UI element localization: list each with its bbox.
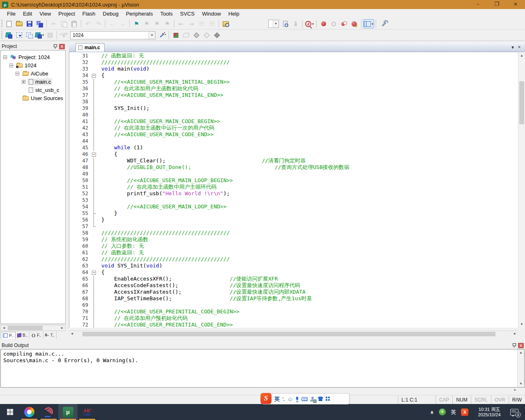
ime-emoji-icon[interactable]: ☺ xyxy=(287,396,293,402)
scroll-down-icon[interactable]: ▼ xyxy=(518,381,524,387)
uncomment-selection-icon[interactable] xyxy=(207,19,217,28)
maximize-button[interactable]: ❒ xyxy=(487,0,506,9)
code-area[interactable]: 31// 函数返回: 无32//////////////////////////… xyxy=(69,52,518,328)
bookmark-prev-icon[interactable]: ⚑ xyxy=(142,19,152,28)
indent-right-icon[interactable]: ⇥ xyxy=(186,19,196,28)
dropdown-arrow-icon[interactable]: ▾ xyxy=(42,33,44,37)
tree-item-1024[interactable]: 1024 xyxy=(1,61,65,69)
toolbar-grip[interactable] xyxy=(1,20,2,28)
menu-project[interactable]: Project xyxy=(55,9,78,18)
menu-tools[interactable]: Tools xyxy=(157,9,176,18)
tab-main-c[interactable]: main.c xyxy=(75,43,105,52)
scroll-right-icon[interactable]: ► xyxy=(59,325,65,331)
indent-left-icon[interactable]: ⇤ xyxy=(176,19,186,28)
panel-tab-books[interactable]: B.. xyxy=(16,332,30,339)
expander-icon[interactable] xyxy=(3,55,7,59)
ime-punctuation-icon[interactable]: ’, xyxy=(282,397,285,402)
find-combo[interactable]: ▾ xyxy=(268,20,279,28)
bookmark-next-icon[interactable]: ⚑ xyxy=(152,19,162,28)
menu-svcs[interactable]: SVCS xyxy=(176,9,198,18)
scroll-up-icon[interactable]: ▲ xyxy=(518,52,525,59)
scroll-down-icon[interactable]: ▼ xyxy=(518,321,525,328)
titlebar[interactable]: µ C:\Users\cyl\Desktop\1024\1024\1024.uv… xyxy=(0,0,525,9)
tab-list-dropdown-icon[interactable]: ▼ xyxy=(509,45,516,50)
build-output-vscrollbar[interactable]: ▲ ▼ xyxy=(517,349,524,387)
dropdown-arrow-icon[interactable]: ▾ xyxy=(312,22,314,26)
project-hscrollbar[interactable]: ◄ ► xyxy=(0,325,66,331)
incremental-find-icon[interactable]: ⇩ xyxy=(290,19,301,28)
expander-icon[interactable] xyxy=(16,72,19,75)
tree-item-aicube[interactable]: AiCube xyxy=(1,69,65,78)
tree-item-main-c[interactable]: main.c xyxy=(1,78,65,86)
taskbar-stc-isp-button[interactable] xyxy=(39,404,58,420)
redo-icon[interactable]: ↷ xyxy=(93,19,103,28)
menu-flash[interactable]: Flash xyxy=(79,9,99,18)
new-file-icon[interactable] xyxy=(4,19,14,28)
save-all-icon[interactable] xyxy=(34,19,45,28)
bookmark-clear-icon[interactable]: ⚑ xyxy=(162,19,172,28)
quick-find-icon[interactable]: d▾ xyxy=(304,19,315,28)
close-panel-icon[interactable]: x xyxy=(518,343,524,348)
editor-hscrollbar[interactable]: ◄ ► xyxy=(69,331,518,337)
expander-icon[interactable] xyxy=(22,80,25,84)
panel-splitter[interactable] xyxy=(66,43,69,339)
manage-project-items-icon[interactable] xyxy=(181,31,191,40)
menu-window[interactable]: Window xyxy=(198,9,224,18)
scroll-up-icon[interactable]: ▲ xyxy=(518,349,524,356)
ime-microphone-icon[interactable] xyxy=(295,397,299,402)
fold-collapse-icon[interactable] xyxy=(91,151,97,158)
code-editor[interactable]: 31// 函数返回: 无32//////////////////////////… xyxy=(69,52,525,328)
hscroll-thumb[interactable] xyxy=(82,332,495,336)
panel-tab-functions[interactable]: {}F.. xyxy=(30,332,43,339)
tray-clock[interactable]: 10:31 周五 2025/10/24 xyxy=(473,407,505,418)
target-select[interactable]: 1024▾ xyxy=(70,31,155,39)
find-in-files-dialog-icon[interactable] xyxy=(280,19,290,28)
breakpoint-kill-all-icon[interactable] xyxy=(349,19,359,28)
tray-sogou-icon[interactable]: S xyxy=(461,409,468,416)
taskbar-uvision-button[interactable]: µ xyxy=(58,404,78,420)
minimize-button[interactable]: – xyxy=(468,0,487,9)
tray-notification-icon[interactable]: 1 xyxy=(510,409,518,415)
breakpoint-toggle-icon[interactable] xyxy=(318,19,329,28)
panel-tab-templates[interactable]: 0T.. xyxy=(43,332,57,339)
batch-build-icon[interactable]: ▾ xyxy=(34,31,45,40)
nav-forward-icon[interactable]: → xyxy=(117,19,128,28)
editor-vscrollbar[interactable]: ▲ ▼ xyxy=(518,52,525,328)
fold-collapse-icon[interactable] xyxy=(91,269,97,276)
pack-installer-icon[interactable] xyxy=(212,31,222,40)
combo-dropdown-icon[interactable]: ▾ xyxy=(273,20,278,27)
menu-edit[interactable]: Edit xyxy=(19,9,36,18)
ime-language-toggle[interactable]: 英 xyxy=(274,396,280,402)
cut-icon[interactable]: ✂ xyxy=(48,19,59,28)
panel-tab-project[interactable]: P.. xyxy=(1,332,16,339)
fold-collapse-icon[interactable] xyxy=(91,72,97,79)
ime-toolbox-icon[interactable] xyxy=(326,397,330,401)
expander-icon[interactable] xyxy=(9,64,13,67)
breakpoint-disable-icon[interactable] xyxy=(329,19,339,28)
copy-icon[interactable] xyxy=(59,19,69,28)
nav-back-icon[interactable]: ← xyxy=(107,19,117,28)
pin-icon[interactable] xyxy=(512,343,516,348)
configure-wrench-icon[interactable] xyxy=(378,19,388,28)
tray-antivirus-icon[interactable]: + xyxy=(439,409,446,415)
start-button[interactable] xyxy=(0,404,20,420)
save-icon[interactable] xyxy=(24,19,34,28)
tree-item-project-1024[interactable]: Project: 1024 xyxy=(1,53,65,61)
ime-account-icon[interactable]: 10 xyxy=(310,397,315,402)
comment-selection-icon[interactable] xyxy=(196,19,207,28)
ime-keyboard-icon[interactable] xyxy=(301,397,308,401)
dropdown-arrow-icon[interactable]: ▾ xyxy=(372,22,373,26)
close-button[interactable]: × xyxy=(506,0,525,9)
open-file-icon[interactable] xyxy=(14,19,24,28)
select-software-packs-icon[interactable] xyxy=(201,31,212,40)
taskbar-aicube-button[interactable]: AiCCube xyxy=(78,404,97,420)
scroll-left-icon[interactable]: ◄ xyxy=(69,331,75,337)
translate-icon[interactable] xyxy=(4,31,14,40)
paste-icon[interactable] xyxy=(69,19,79,28)
close-document-icon[interactable]: × xyxy=(516,44,523,50)
breakpoint-enable-all-icon[interactable] xyxy=(339,19,349,28)
sogou-logo-icon[interactable]: S xyxy=(260,393,272,404)
undo-icon[interactable]: ↶ xyxy=(83,19,93,28)
window-layout-icon[interactable]: ▾ xyxy=(363,19,374,28)
rebuild-all-icon[interactable] xyxy=(24,31,34,40)
